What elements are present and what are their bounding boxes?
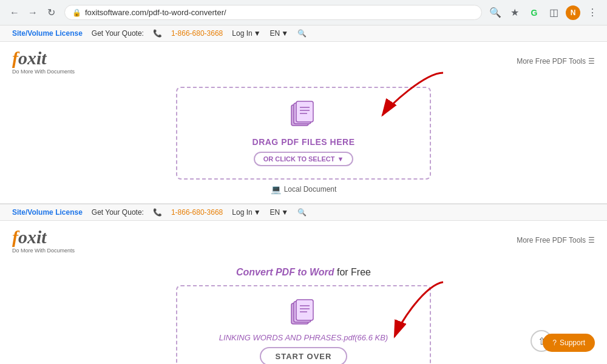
address-bar[interactable]: 🔒 foxitsoftware.com/pdf-to-word-converte…: [64, 5, 482, 20]
page-title: Convert PDF to Word for Free: [12, 267, 595, 278]
start-over-button[interactable]: START OVER: [260, 347, 348, 364]
click-select-chevron: ▼: [337, 155, 344, 163]
get-quote-text-1: Get Your Quote:: [92, 29, 144, 38]
search-icon-2[interactable]: 🔍: [297, 208, 307, 217]
login-chevron-2: ▼: [254, 208, 261, 217]
uploaded-pdf-icon: [189, 298, 418, 328]
file-name-label: LINKING WORDS AND PHRASES.pdf(66.6 KB): [189, 333, 418, 342]
hamburger-icon-2: ☰: [588, 236, 595, 244]
title-normal: for Free: [337, 267, 371, 277]
site-header-1: foxit Do More With Documents More Free P…: [0, 42, 607, 81]
hamburger-icon-1: ☰: [588, 57, 595, 66]
local-document-text: Local Document: [284, 185, 337, 194]
support-label: Support: [560, 339, 585, 347]
title-highlight: Convert PDF to Word: [236, 267, 334, 277]
logo-f-1: f: [12, 48, 18, 68]
logo-oxit-2: oxit: [18, 227, 47, 247]
logo-f-2: f: [12, 227, 18, 247]
bookmark-icon[interactable]: ★: [507, 5, 522, 20]
site-license-link-2[interactable]: Site/Volume License: [12, 208, 83, 217]
site-license-link-1[interactable]: Site/Volume License: [12, 29, 83, 38]
page-wrapper: ← → ↻ 🔒 foxitsoftware.com/pdf-to-word-co…: [0, 0, 607, 364]
logo-text-2: foxit: [12, 227, 75, 248]
get-quote-text-2: Get Your Quote:: [92, 208, 144, 217]
url-text: foxitsoftware.com/pdf-to-word-converter/: [85, 8, 226, 17]
svg-rect-8: [296, 300, 313, 320]
click-select-label: OR CLICK TO SELECT: [263, 155, 335, 163]
search-icon-1[interactable]: 🔍: [297, 29, 307, 38]
site-header-2: foxit Do More With Documents More Free P…: [0, 221, 607, 260]
lang-chevron-2: ▼: [281, 208, 288, 217]
grammarly-icon[interactable]: G: [527, 5, 541, 20]
phone-number-1[interactable]: 1-866-680-3668: [171, 29, 223, 38]
browser-chrome: ← → ↻ 🔒 foxitsoftware.com/pdf-to-word-co…: [0, 0, 607, 25]
click-select-button[interactable]: OR CLICK TO SELECT ▼: [254, 152, 354, 166]
phone-icon-2: 📞: [153, 208, 162, 217]
forward-button[interactable]: →: [25, 5, 40, 20]
login-label-1: Log In: [232, 29, 252, 38]
top-bar-1: Site/Volume License Get Your Quote: 📞 1-…: [0, 25, 607, 42]
lang-selector-1[interactable]: EN ▼: [270, 29, 289, 38]
profile-avatar[interactable]: N: [566, 5, 580, 20]
login-chevron-1: ▼: [254, 29, 261, 38]
more-tools-1[interactable]: More Free PDF Tools ☰: [517, 57, 595, 66]
reload-button[interactable]: ↻: [44, 5, 58, 20]
foxit-logo-1: foxit Do More With Documents: [12, 48, 75, 75]
lock-icon: 🔒: [72, 8, 81, 17]
lang-selector-2[interactable]: EN ▼: [270, 208, 289, 217]
login-btn-2[interactable]: Log In ▼: [232, 208, 260, 217]
upload-section: DRAG PDF FILES HERE OR CLICK TO SELECT ▼…: [0, 81, 607, 203]
logo-text-1: foxit: [12, 48, 75, 69]
top-bar-2: Site/Volume License Get Your Quote: 📞 1-…: [0, 204, 607, 221]
phone-number-2[interactable]: 1-866-680-3668: [171, 208, 223, 217]
monitor-icon: 💻: [271, 184, 281, 194]
top-section: Site/Volume License Get Your Quote: 📞 1-…: [0, 25, 607, 204]
support-icon: ?: [552, 339, 557, 347]
more-tools-2[interactable]: More Free PDF Tools ☰: [517, 236, 595, 244]
lang-chevron-1: ▼: [281, 29, 288, 38]
lang-label-1: EN: [270, 29, 280, 38]
more-tools-label-2: More Free PDF Tools: [517, 236, 586, 244]
local-document-row: 💻 Local Document: [12, 184, 595, 194]
foxit-logo-2: foxit Do More With Documents: [12, 227, 75, 254]
support-button[interactable]: ? Support: [543, 334, 595, 352]
logo-oxit-1: oxit: [18, 48, 47, 68]
main-content: Convert PDF to Word for Free LINKING WOR…: [0, 260, 607, 364]
bottom-section: Site/Volume License Get Your Quote: 📞 1-…: [0, 204, 607, 364]
lang-label-2: EN: [270, 208, 280, 217]
drag-text: DRAG PDF FILES HERE: [189, 137, 418, 147]
upload-box[interactable]: DRAG PDF FILES HERE OR CLICK TO SELECT ▼: [176, 87, 431, 180]
phone-icon-1: 📞: [153, 29, 162, 38]
cast-icon[interactable]: ◫: [546, 5, 561, 20]
svg-rect-2: [296, 101, 313, 122]
login-label-2: Log In: [232, 208, 252, 217]
logo-tagline-2: Do More With Documents: [12, 248, 75, 254]
search-browser-icon[interactable]: 🔍: [488, 5, 503, 20]
nav-buttons: ← → ↻: [7, 5, 58, 20]
file-box: LINKING WORDS AND PHRASES.pdf(66.6 KB) S…: [176, 285, 431, 364]
back-button[interactable]: ←: [7, 5, 22, 20]
login-btn-1[interactable]: Log In ▼: [232, 29, 260, 38]
more-tools-label-1: More Free PDF Tools: [517, 57, 586, 66]
menu-icon[interactable]: ⋮: [585, 5, 600, 20]
pdf-files-icon: [189, 100, 418, 132]
browser-actions: 🔍 ★ G ◫ N ⋮: [488, 5, 600, 20]
logo-tagline-1: Do More With Documents: [12, 69, 75, 75]
